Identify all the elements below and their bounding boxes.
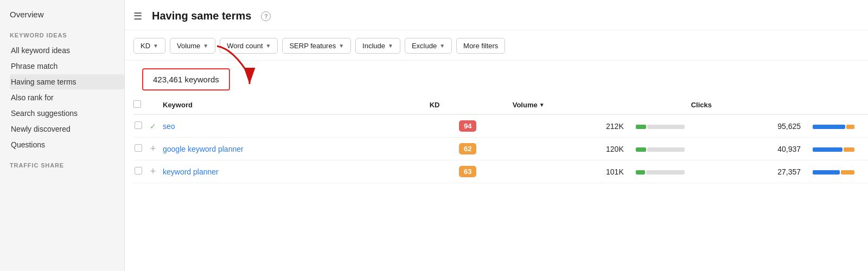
filter-serp-features-button[interactable]: SERP features ▼ [282,38,351,54]
sidebar-item-questions[interactable]: Questions [10,137,124,152]
row-volume-bar-cell [630,138,691,160]
bar-green [636,125,647,129]
volume-bar [636,170,685,175]
sidebar-item-also-rank-for[interactable]: Also rank for [10,90,124,105]
keyword-count-box: 423,461 keywords [142,68,230,91]
keyword-count-value: 423,461 keywords [153,75,219,84]
sidebar: Overview KEYWORD IDEAS All keyword ideas… [0,0,125,271]
row-volume-cell: 101K [513,160,630,183]
help-icon[interactable]: ? [261,11,271,21]
row-clicks-bar-cell [807,114,868,138]
row-keyword-cell: google keyword planner [163,138,430,160]
main-content: ☰ Having same terms ? KD ▼ Volume ▼ Word… [125,0,868,271]
volume-bar [636,125,685,129]
checkbox-icon[interactable] [135,167,142,175]
row-clicks-cell: 27,357 [691,160,807,183]
row-kd-cell: 63 [430,160,513,183]
row-keyword-cell: keyword planner [163,160,430,183]
filter-word-count-button[interactable]: Word count ▼ [220,38,278,54]
chevron-down-icon: ▼ [439,43,445,49]
checkbox-icon[interactable] [135,144,142,152]
bar-orange [844,147,854,152]
col-kd-header[interactable]: KD [430,96,513,114]
row-action-cell[interactable]: ✓ [150,114,163,138]
filter-exclude-button[interactable]: Exclude ▼ [405,38,452,54]
main-header: ☰ Having same terms ? [125,0,868,30]
sidebar-item-having-same-terms[interactable]: Having same terms [10,74,124,89]
row-volume-bar-cell [630,114,691,138]
row-keyword-cell: seo [163,114,430,138]
clicks-bar [813,170,861,175]
col-volume-header[interactable]: Volume ▼ [513,96,630,114]
row-clicks-cell: 40,937 [691,138,807,160]
row-kd-cell: 94 [430,114,513,138]
kd-badge: 62 [459,143,476,154]
volume-bar [636,147,685,152]
sidebar-item-phrase-match[interactable]: Phrase match [10,59,124,74]
keywords-table: Keyword KD Volume ▼ Clicks [133,96,868,183]
sidebar-section-keyword-ideas: KEYWORD IDEAS [10,32,124,38]
bar-green [636,147,647,152]
select-all-checkbox[interactable] [133,96,150,114]
col-keyword-header: Keyword [163,96,430,114]
row-clicks-cell: 95,625 [691,114,807,138]
clicks-bar [813,125,861,129]
bar-blue [813,125,845,129]
col-clicks-header[interactable]: Clicks [691,96,807,114]
bar-gray [647,125,684,129]
row-clicks-bar-cell [807,138,868,160]
kd-badge: 63 [459,166,476,177]
row-action-cell[interactable]: + [150,160,163,183]
keyword-link[interactable]: google keyword planner [163,145,244,153]
row-volume-cell: 120K [513,138,630,160]
chevron-down-icon: ▼ [266,43,271,49]
bar-green [636,170,646,175]
keyword-link[interactable]: keyword planner [163,167,219,176]
clicks-bar [813,147,861,152]
filter-more-button[interactable]: More filters [456,38,505,54]
bar-gray [646,170,684,175]
chevron-down-icon: ▼ [153,43,158,49]
row-volume-cell: 212K [513,114,630,138]
table-row: + keyword planner 63 101K 27,357 [133,160,868,183]
hamburger-icon[interactable]: ☰ [133,10,142,22]
table-container: Keyword KD Volume ▼ Clicks [125,96,868,183]
sidebar-item-all-keyword-ideas[interactable]: All keyword ideas [10,43,124,58]
chevron-down-icon: ▼ [203,43,208,49]
checkbox-icon[interactable] [133,100,141,108]
sidebar-item-overview[interactable]: Overview [10,10,124,27]
sort-desc-icon: ▼ [539,102,545,108]
bar-blue [813,170,840,175]
row-clicks-bar-cell [807,160,868,183]
kd-badge: 94 [459,120,476,132]
row-checkbox-cell[interactable] [133,160,150,183]
row-kd-cell: 62 [430,138,513,160]
table-row: ✓ seo 94 212K 95,625 [133,114,868,138]
chevron-down-icon: ▼ [339,43,344,49]
bar-orange [841,170,854,175]
sidebar-item-search-suggestions[interactable]: Search suggestions [10,106,124,121]
row-action-cell[interactable]: + [150,138,163,160]
filter-include-button[interactable]: Include ▼ [355,38,400,54]
chevron-down-icon: ▼ [388,43,393,49]
checkbox-icon[interactable] [135,121,142,129]
table-row: + google keyword planner 62 120K 40,937 [133,138,868,160]
row-checkbox-cell[interactable] [133,114,150,138]
filters-bar: KD ▼ Volume ▼ Word count ▼ SERP features… [125,30,868,61]
filter-kd-button[interactable]: KD ▼ [133,38,165,54]
filter-volume-button[interactable]: Volume ▼ [170,38,215,54]
row-checkbox-cell[interactable] [133,138,150,160]
keyword-link[interactable]: seo [163,122,175,131]
row-volume-bar-cell [630,160,691,183]
bar-blue [813,147,843,152]
bar-gray [647,147,684,152]
bar-orange [846,125,854,129]
page-title: Having same terms [152,10,251,22]
sidebar-section-traffic-share: TRAFFIC SHARE [10,162,124,169]
sidebar-item-newly-discovered[interactable]: Newly discovered [10,121,124,137]
